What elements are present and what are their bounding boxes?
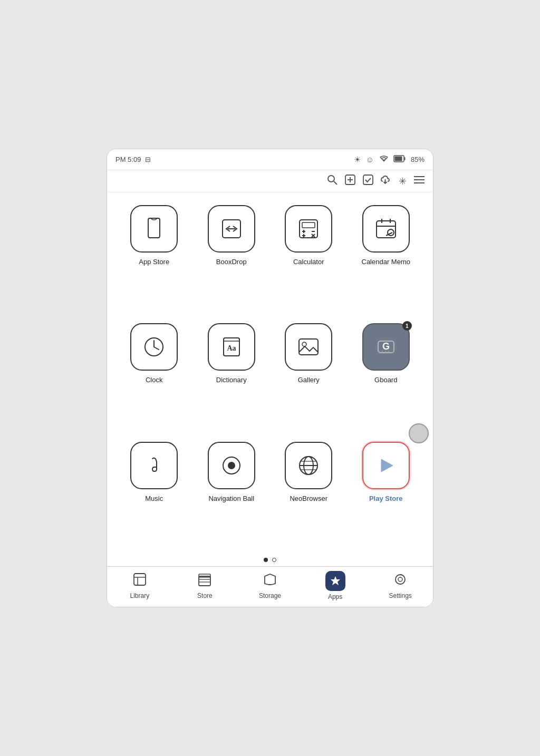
app-icon-clock [130,323,178,371]
nav-item-store[interactable]: Store [184,572,226,599]
time-display: PM 5:09 [115,156,141,163]
wifi-icon [379,155,389,164]
app-label-music: Music [145,495,163,502]
svg-rect-16 [302,222,315,228]
app-label-gboard: Gboard [374,376,397,384]
nav-item-storage[interactable]: Storage [249,572,291,599]
app-icon-booxdrop [208,205,255,253]
svg-point-3 [328,176,334,182]
svg-point-59 [398,577,402,581]
app-item-clock[interactable]: Clock [115,316,193,434]
svg-point-42 [388,351,389,353]
app-label-clock: Clock [146,376,163,384]
app-icon-gboard: 1 G [362,323,410,371]
bottom-nav: Library Store Storage [107,566,433,607]
app-icon-app-store [130,205,178,253]
nav-label-storage: Storage [259,592,281,599]
app-item-app-store[interactable]: App Store [115,198,193,316]
svg-point-36 [302,342,306,346]
svg-rect-51 [134,574,146,585]
app-item-play-store[interactable]: Play Store [348,434,425,553]
app-icon-neobrowser [285,442,332,489]
gboard-badge: 1 [402,321,412,331]
library-icon [132,572,147,590]
svg-text:G: G [382,341,390,352]
svg-line-31 [154,347,159,350]
pagination-dots [107,553,433,566]
settings-icon [393,572,408,590]
storage-icon [263,572,277,590]
nav-item-library[interactable]: Library [119,572,161,599]
menu-icon[interactable] [414,176,425,187]
app-label-booxdrop: BooxDrop [216,258,247,266]
nav-item-settings[interactable]: Settings [379,572,421,599]
app-label-dictionary: Dictionary [216,376,247,384]
status-left: PM 5:09 ⊟ [115,156,151,163]
svg-rect-8 [363,175,373,185]
app-icon-music [130,442,178,489]
cloud-download-icon[interactable] [381,175,391,188]
app-item-navigation-ball[interactable]: Navigation Ball [193,434,271,553]
asterisk-icon[interactable]: ✳ [399,176,407,187]
app-icon-gallery [285,323,332,371]
nav-item-apps[interactable]: Apps [314,571,356,600]
svg-rect-1 [404,157,405,160]
app-item-gboard[interactable]: 1 G Gboard [348,316,425,434]
face-icon: ☺ [366,155,374,164]
svg-text:Aa: Aa [227,344,236,352]
notification-icon: ⊟ [145,156,151,163]
svg-rect-55 [199,574,210,577]
app-item-dictionary[interactable]: Aa Dictionary [193,316,271,434]
app-label-play-store: Play Store [369,495,403,502]
add-box-icon[interactable] [345,175,355,188]
app-item-booxdrop[interactable]: BooxDrop [193,198,271,316]
app-label-navigation-ball: Navigation Ball [208,495,254,502]
svg-point-39 [378,351,380,353]
status-right: ☀ ☺ 85% [354,155,425,164]
svg-line-4 [334,181,337,185]
app-icon-calculator [285,205,332,253]
floating-nav-ball[interactable] [409,423,429,443]
app-icon-play-store [362,442,410,489]
svg-rect-35 [299,339,318,355]
app-item-music[interactable]: Music [115,434,193,553]
svg-point-41 [384,351,386,353]
app-grid: App Store BooxDrop [107,192,433,553]
nav-label-library: Library [130,592,149,599]
svg-point-44 [228,462,235,469]
battery-icon [394,155,406,164]
battery-percent: 85% [411,156,425,163]
svg-point-40 [381,351,383,353]
brightness-icon: ☀ [354,155,361,164]
app-item-calendar-memo[interactable]: Calendar Memo [348,198,425,316]
app-item-neobrowser[interactable]: NeoBrowser [270,434,348,553]
svg-point-58 [396,575,405,584]
svg-marker-50 [381,459,393,472]
app-icon-navigation-ball [208,442,255,489]
nav-label-store: Store [197,592,213,599]
check-box-icon[interactable] [363,175,373,188]
app-label-gallery: Gallery [298,376,320,384]
pagination-dot-1[interactable] [264,558,268,562]
app-item-gallery[interactable]: Gallery [270,316,348,434]
device-frame: PM 5:09 ⊟ ☀ ☺ 85% [107,149,433,607]
nav-label-apps: Apps [328,593,342,600]
app-icon-dictionary: Aa [208,323,255,371]
app-icon-calendar-memo [362,205,410,253]
svg-rect-2 [394,157,402,161]
app-label-calculator: Calculator [293,258,324,266]
store-icon [197,572,212,590]
status-bar: PM 5:09 ⊟ ☀ ☺ 85% [107,149,433,170]
app-item-calculator[interactable]: Calculator [270,198,348,316]
app-label-app-store: App Store [139,258,169,266]
nav-label-settings: Settings [389,592,411,599]
pagination-dot-2[interactable] [272,558,276,562]
search-icon[interactable] [327,175,338,188]
toolbar: ✳ [107,170,433,192]
app-label-calendar-memo: Calendar Memo [362,258,411,266]
app-label-neobrowser: NeoBrowser [290,495,327,502]
apps-icon [325,571,345,591]
